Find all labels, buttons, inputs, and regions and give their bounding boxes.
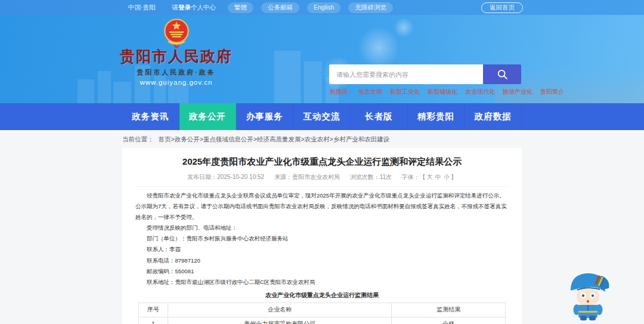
login-link[interactable]: 请登录个人中心 [172, 4, 216, 12]
view-count: 浏览次数：11次 [350, 174, 392, 180]
search-input[interactable] [329, 64, 483, 84]
login-post-text: 个人中心 [191, 4, 216, 11]
hot-search-word-link[interactable]: 农业现代化 [465, 88, 495, 96]
result-table: 序号企业名称监测结果 1 贵州合力超市采购有限公司 合格 2 贵州友禾种业有限公… [138, 303, 506, 324]
nav-tab[interactable]: 政务资讯 [122, 103, 179, 130]
article-paragraph: 经贵阳市农业产业化市级重点龙头企业联席会议成员单位审定，现对2025年开展的农业… [135, 190, 509, 223]
article-paragraph: 联系地址：贵阳市观山湖区市级行政中心二期C区贵阳市农业农村局 [135, 277, 509, 288]
topbar-pill-link[interactable]: 繁體 [228, 2, 253, 13]
article-paragraph: 联系电话：87987120 [135, 255, 509, 266]
cell-company-name: 贵州合力超市采购有限公司 [168, 317, 392, 324]
cell-index: 1 [139, 317, 168, 324]
region-link[interactable]: 中国·贵阳 [128, 4, 156, 12]
topbar-pill-link[interactable]: English [307, 2, 340, 13]
hot-search-word-link[interactable]: 生态文明 [358, 88, 382, 96]
article-paragraph: 联系人：李霞 [135, 244, 509, 255]
nav-tab[interactable]: 政务公开 [179, 103, 237, 130]
result-table-header-row: 序号企业名称监测结果 [139, 303, 506, 317]
breadcrumb-path[interactable]: 首页>政务公开>重点领域信息公开>经济高质量发展>农业农村>乡村产业和农田建设 [159, 135, 390, 143]
font-size-small-button[interactable]: 小 [444, 174, 450, 180]
result-table-row: 1 贵州合力超市采购有限公司 合格 [139, 317, 506, 324]
font-size-control: 字体：【大中小】 [402, 174, 457, 180]
login-strong-text: 登录 [178, 4, 191, 11]
nav-items: 政务资讯政务公开办事服务互动交流长者版精彩贵阳政府数据 [122, 103, 522, 130]
result-table-body: 1 贵州合力超市采购有限公司 合格 2 贵州友禾种业有限公司 合格 3 贵州松果… [139, 317, 506, 324]
font-size-label-close: 】 [451, 174, 457, 180]
nav-tab[interactable]: 互动交流 [293, 103, 351, 130]
bokeh-decoration [358, 27, 400, 69]
font-size-medium-button[interactable]: 中 [435, 174, 441, 180]
login-pre-text: 请 [172, 4, 179, 11]
result-table-header-cell: 监测结果 [392, 303, 506, 317]
topbar-pill-link[interactable]: 无障碍浏览 [348, 2, 393, 13]
national-emblem-icon [163, 18, 190, 48]
article-paragraph: 邮政编码：550081 [135, 266, 509, 277]
hot-search-word-link[interactable]: 新型工业化 [390, 88, 420, 96]
font-size-label: 字体：【 [402, 174, 426, 180]
publish-date: 发布日期：2025-10-20 10:52 [187, 174, 264, 180]
site-banner: 贵阳市人民政府 贵阳市人民政府·政务 www.guiyang.gov.cn 热搜… [0, 15, 644, 103]
result-table-title: 农业产业化市级重点龙头企业运行监测结果 [135, 291, 509, 300]
hot-search-word-link[interactable]: 旅游产业化 [503, 88, 532, 96]
hot-search-row: 热搜词： 生态文明新型工业化新型城镇化农业现代化旅游产业化贵阳简介 [330, 88, 572, 96]
hot-search-words: 生态文明新型工业化新型城镇化农业现代化旅游产业化贵阳简介 [358, 88, 572, 96]
site-subtitle: 贵阳市人民政府·政务 [118, 68, 234, 77]
nav-tab[interactable]: 精彩贵阳 [408, 103, 465, 130]
font-size-large-button[interactable]: 大 [427, 174, 433, 180]
article-card: 2025年度贵阳市农业产业化市级重点龙头企业运行监测和评定结果公示 发布日期：2… [122, 148, 522, 324]
result-table-header-cell: 企业名称 [168, 303, 392, 317]
cell-monitor-result: 合格 [392, 317, 506, 324]
assistant-mascot-icon[interactable] [563, 268, 613, 320]
article-body: 经贵阳市农业产业化市级重点龙头企业联席会议成员单位审定，现对2025年开展的农业… [135, 190, 509, 287]
article-paragraph: 受理情况反映的部门、电话和地址： [135, 223, 509, 233]
search-button[interactable] [483, 64, 521, 84]
search-bar [329, 64, 521, 84]
search-icon [496, 68, 509, 81]
site-logo[interactable]: 贵阳市人民政府 贵阳市人民政府·政务 www.guiyang.gov.cn [118, 18, 234, 86]
article-paragraph: 部门（单位）：贵阳市乡村振兴服务中心农村经济服务站 [135, 233, 509, 244]
article-title: 2025年度贵阳市农业产业化市级重点龙头企业运行监测和评定结果公示 [135, 156, 509, 168]
topbar-pill-link[interactable]: 公务邮箱 [261, 2, 299, 13]
bokeh-decoration [394, 17, 414, 38]
topbar-pill-group: 繁體公务邮箱English无障碍浏览 [228, 2, 401, 13]
article-meta: 发布日期：2025-10-20 10:52 来源：贵阳市农业农村局 浏览次数：1… [135, 173, 509, 187]
article-source: 来源：贵阳市农业农村局 [274, 174, 340, 180]
nav-tab[interactable]: 办事服务 [236, 103, 293, 130]
main-navigation: 政务资讯政务公开办事服务互动交流长者版精彩贵阳政府数据 [0, 103, 644, 130]
nav-tab[interactable]: 政府数据 [465, 103, 522, 130]
site-url: www.guiyang.gov.cn [118, 79, 234, 86]
breadcrumb: 当前位置：首页>政务公开>重点领域信息公开>经济高质量发展>农业农村>乡村产业和… [122, 135, 644, 143]
back-to-home-button[interactable]: 返回首页 [481, 2, 523, 13]
breadcrumb-label: 当前位置： [122, 135, 154, 143]
top-utility-bar: 中国·贵阳 请登录个人中心 繁體公务邮箱English无障碍浏览 返回首页 [0, 0, 644, 15]
site-title: 贵阳市人民政府 [118, 48, 234, 65]
hot-search-word-link[interactable]: 贵阳简介 [540, 88, 564, 96]
nav-tab[interactable]: 长者版 [351, 103, 408, 130]
result-table-header-cell: 序号 [139, 303, 168, 317]
hot-search-label: 热搜词： [330, 88, 354, 96]
hot-search-word-link[interactable]: 新型城镇化 [428, 88, 457, 96]
